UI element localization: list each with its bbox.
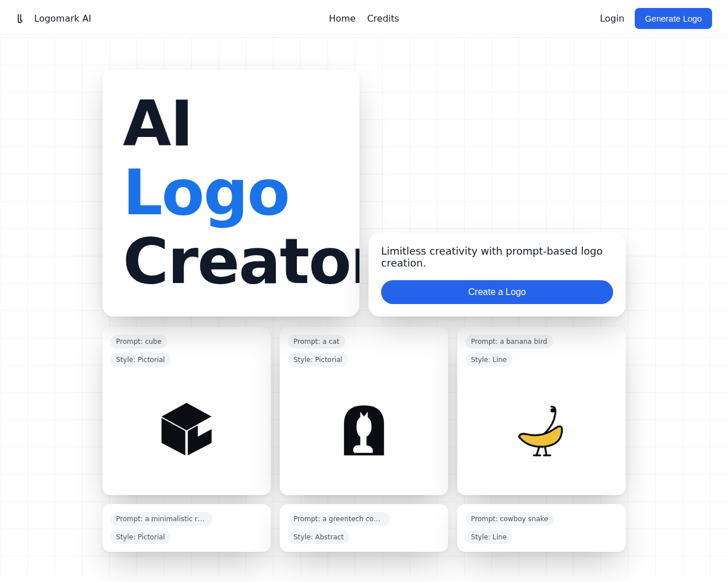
style-badge: Style: Pictorial [110,353,171,367]
header-right: Login Generate Logo [600,8,712,29]
example-image [110,371,263,487]
example-card[interactable]: Prompt: a banana bird Style: Line [457,327,626,495]
cat-icon [333,398,395,460]
style-badge: Style: Pictorial [110,530,171,544]
prompt-badge: Prompt: a banana bird [465,335,553,348]
examples-grid: Prompt: cube Style: Pictorial [102,327,626,552]
style-badge: Style: Line [465,530,512,544]
example-image [288,371,440,487]
hero-title-card: AI Logo Creator [102,69,359,317]
brand-logo-icon [16,13,27,24]
header-left: Logomark AI [16,13,91,24]
header-nav: Home Credits [329,13,399,24]
banana-bird-icon [510,398,573,460]
example-image [465,371,618,487]
login-link[interactable]: Login [600,13,624,24]
style-badge: Style: Line [465,353,512,367]
example-card[interactable]: Prompt: a greentech company Style: Abstr… [280,504,448,552]
hero-line-2: Logo [123,156,289,229]
style-badge: Style: Pictorial [288,353,348,367]
example-card[interactable]: Prompt: cowboy snake Style: Line [457,504,626,552]
header: Logomark AI Home Credits Login Generate … [0,0,728,38]
cta-card: Limitless creativity with prompt-based l… [369,232,626,317]
hero: AI Logo Creator Limitless creativity wit… [102,69,626,317]
style-badge: Style: Abstract [288,530,349,544]
nav-credits[interactable]: Credits [367,13,399,24]
cta-subtitle: Limitless creativity with prompt-based l… [381,245,613,269]
svg-point-4 [552,409,554,411]
prompt-badge: Prompt: cowboy snake [465,512,554,526]
create-logo-button[interactable]: Create a Logo [381,280,613,304]
nav-home[interactable]: Home [329,13,355,24]
generate-logo-button[interactable]: Generate Logo [635,8,712,29]
cube-icon [155,398,218,460]
hero-title: AI Logo Creator [123,90,339,296]
example-card[interactable]: Prompt: cube Style: Pictorial [102,327,271,495]
main: AI Logo Creator Limitless creativity wit… [0,38,728,575]
example-card[interactable]: Prompt: a cat Style: Pictorial [280,327,448,495]
hero-line-1: AI [123,88,192,160]
prompt-badge: Prompt: a minimalistic rainforest ... [110,512,213,526]
hero-line-3: Creator [123,225,359,298]
prompt-badge: Prompt: cube [110,335,167,348]
example-card[interactable]: Prompt: a minimalistic rainforest ... St… [102,504,271,552]
brand-name: Logomark AI [34,13,91,24]
prompt-badge: Prompt: a cat [288,335,345,348]
prompt-badge: Prompt: a greentech company [288,512,390,526]
